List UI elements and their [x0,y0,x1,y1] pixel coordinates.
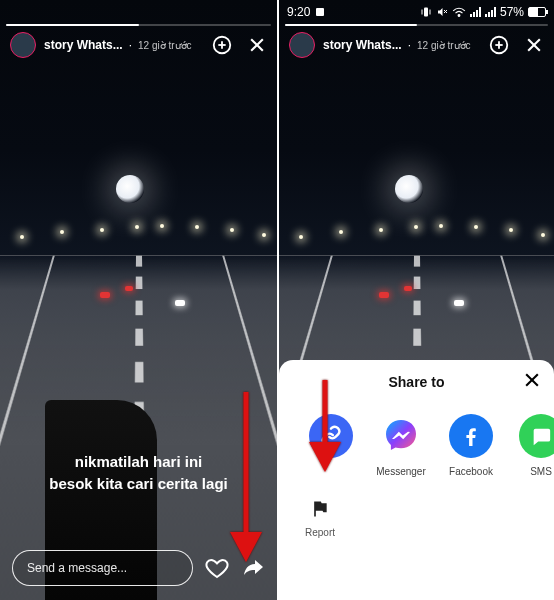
wifi-icon [452,6,466,18]
story-progress [285,24,548,26]
share-option-facebook[interactable]: Facebook [445,414,497,477]
facebook-icon [449,414,493,458]
avatar[interactable] [10,32,36,58]
signal-icon-2 [485,7,496,17]
share-title: Share to [388,374,444,390]
close-icon[interactable] [524,35,544,55]
add-story-icon[interactable] [488,34,510,56]
svg-rect-8 [424,8,428,17]
link-icon [309,414,353,458]
mute-icon [436,6,448,18]
like-heart-icon[interactable] [205,556,229,580]
status-bar: 9:20 57% [279,0,554,24]
share-option-sms[interactable]: SMS [515,414,554,477]
share-icon[interactable] [241,556,265,580]
dot-separator: · [129,38,132,52]
share-option-copy-link[interactable] [305,414,357,477]
svg-rect-7 [316,8,324,16]
dot-separator: · [408,38,411,52]
share-option-label: Facebook [449,466,493,477]
send-message-input[interactable]: Send a message... [12,550,193,586]
story-photo [0,0,277,600]
share-option-label: SMS [530,466,552,477]
signal-icon [470,7,481,17]
story-header: story Whats... · 12 giờ trước [279,32,554,58]
story-timestamp: 12 giờ trước [417,40,471,51]
story-panel-right: 9:20 57% story Whats... · 1 [277,0,554,600]
vibrate-icon [420,6,432,18]
battery-percent: 57% [500,5,524,19]
story-header: story Whats... · 12 giờ trước [0,32,277,58]
messenger-icon [379,414,423,458]
report-label: Report [305,527,335,538]
screenshot-indicator-icon [314,6,326,18]
story-caption: nikmatilah hari ini besok kita cari ceri… [0,451,277,495]
send-message-placeholder: Send a message... [27,561,127,575]
status-time: 9:20 [287,5,310,19]
story-panel-left: story Whats... · 12 giờ trước nikmatilah… [0,0,277,600]
svg-point-13 [458,15,460,17]
battery-icon [528,7,546,17]
avatar[interactable] [289,32,315,58]
share-option-label: Messenger [376,466,425,477]
username[interactable]: story Whats... [44,38,123,52]
sms-icon [519,414,554,458]
add-story-icon[interactable] [211,34,233,56]
story-progress [6,24,271,26]
story-bottom-bar: Send a message... [0,550,277,586]
share-sheet: Share to Messenger [279,360,554,600]
share-option-messenger[interactable]: Messenger [375,414,427,477]
close-icon[interactable] [522,370,542,390]
report-button[interactable]: Report [305,499,335,538]
caption-line-2: besok kita cari cerita lagi [14,473,263,495]
story-timestamp: 12 giờ trước [138,40,192,51]
caption-line-1: nikmatilah hari ini [14,451,263,473]
flag-icon [310,499,330,519]
close-icon[interactable] [247,35,267,55]
username[interactable]: story Whats... [323,38,402,52]
